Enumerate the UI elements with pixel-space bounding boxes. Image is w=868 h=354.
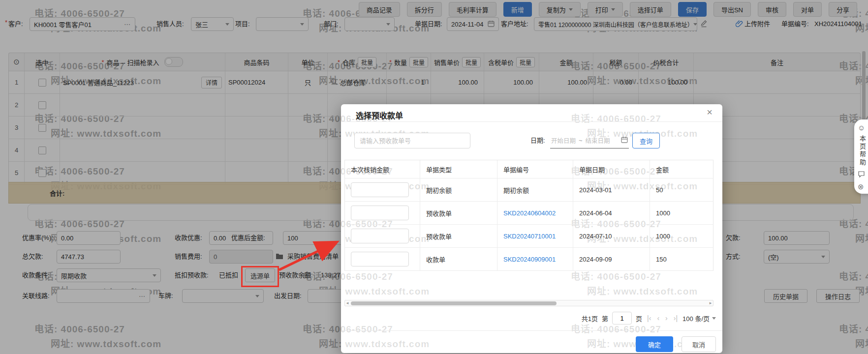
- next-page-icon[interactable]: ›: [664, 314, 669, 322]
- bill-type-cell: 预收款单: [420, 202, 497, 224]
- date-separator: ~: [579, 137, 583, 144]
- modal-title: 选择预收款单: [356, 109, 403, 121]
- write-off-amount-input[interactable]: [351, 252, 409, 266]
- scroll-left-icon[interactable]: ◂: [345, 300, 350, 306]
- col-amount: 金额: [650, 160, 713, 178]
- bill-no-link[interactable]: SKD20240710001: [503, 233, 556, 240]
- advance-receipt-row: 期初余额期初余额2024-03-0150: [345, 178, 713, 202]
- amount-cell: 1000: [650, 225, 713, 247]
- write-off-cell: [345, 178, 420, 201]
- query-button[interactable]: 查询: [632, 133, 660, 148]
- advance-receipt-row: 预收款单SKD202406040022024-06-041000: [345, 202, 713, 225]
- advance-receipt-no-input[interactable]: [354, 133, 470, 148]
- bill-date-cell: 2024-07-10: [573, 225, 650, 247]
- last-page-icon[interactable]: ›|: [673, 314, 679, 322]
- col-bill-date: 单据日期: [573, 160, 650, 178]
- date-label: 日期:: [530, 133, 545, 148]
- page-number-input[interactable]: [612, 312, 632, 324]
- advance-receipt-table-header: 本次核销金额 单据类型 单据编号 单据日期 金额: [345, 160, 713, 178]
- bill-no-cell: SKD20240909001: [497, 248, 573, 270]
- page-suffix: 页: [636, 314, 642, 323]
- bill-no-link[interactable]: SKD20240604002: [503, 209, 556, 217]
- modal-title-divider: [341, 121, 722, 122]
- bill-no-cell: SKD20240710001: [497, 225, 573, 247]
- start-date-placeholder[interactable]: 开始日期: [551, 136, 576, 145]
- bill-no-text: 期初余额: [503, 185, 529, 195]
- amount-cell: 50: [650, 178, 713, 201]
- page-size-value: 100 条/页: [682, 314, 710, 323]
- message-icon[interactable]: [858, 171, 865, 179]
- amount-cell: 150: [650, 248, 713, 270]
- advance-receipt-row: 收款单SKD202409090012024-09-09150: [345, 248, 713, 271]
- bill-date-cell: 2024-09-09: [573, 248, 650, 270]
- bill-type-cell: 预收款单: [420, 225, 497, 247]
- modal-horizontal-scrollbar[interactable]: ◂ ▸: [344, 300, 713, 306]
- page-help-label[interactable]: 本页帮助: [858, 135, 867, 167]
- col-write-off-amount: 本次核销金额: [345, 160, 420, 178]
- bill-date-cell: 2024-03-01: [573, 178, 650, 201]
- bill-no-cell: 期初余额: [497, 178, 573, 201]
- write-off-amount-input[interactable]: [351, 206, 409, 220]
- modal-footer-divider: [341, 330, 722, 331]
- col-bill-type: 单据类型: [420, 160, 497, 178]
- bill-no-link[interactable]: SKD20240909001: [503, 256, 556, 263]
- help-widget[interactable]: ☺ 本页帮助 ⊗: [854, 119, 868, 194]
- advance-receipt-row: 预收款单SKD202407100012024-07-101000: [345, 225, 713, 248]
- col-bill-no: 单据编号: [497, 160, 573, 178]
- cancel-button[interactable]: 取消: [682, 336, 716, 352]
- end-date-placeholder[interactable]: 结束日期: [586, 136, 610, 145]
- bill-no-cell: SKD20240604002: [497, 202, 573, 224]
- write-off-amount-input[interactable]: [351, 229, 409, 243]
- scroll-right-icon[interactable]: ▸: [708, 300, 713, 306]
- total-pages: 共1页: [582, 314, 598, 323]
- select-advance-receipt-modal: 电话: 4006-6500-27网址: www.tdxsoft.com电话: 4…: [341, 104, 722, 353]
- date-range-picker[interactable]: 开始日期 ~ 结束日期: [550, 133, 629, 148]
- scrollbar-track[interactable]: [350, 300, 708, 306]
- first-page-icon[interactable]: |‹: [646, 314, 652, 322]
- amount-cell: 1000: [650, 202, 713, 224]
- write-off-amount-input[interactable]: [351, 182, 409, 197]
- bill-type-cell: 收款单: [420, 248, 497, 270]
- write-off-cell: [345, 202, 420, 224]
- write-off-cell: [345, 225, 420, 247]
- chevron-down-icon: [712, 317, 716, 320]
- calendar-icon[interactable]: [621, 136, 628, 145]
- bill-date-cell: 2024-06-04: [573, 202, 650, 224]
- write-off-cell: [345, 248, 420, 270]
- sales-order-page: 电话: 4006-6500-27网址: www.tdxsoft.com电话: 4…: [0, 0, 868, 354]
- confirm-button[interactable]: 确定: [636, 336, 673, 352]
- scrollbar-thumb[interactable]: [351, 301, 557, 305]
- page-size-select[interactable]: 100 条/页: [682, 314, 716, 323]
- prev-page-icon[interactable]: ‹: [656, 314, 660, 322]
- customer-service-icon[interactable]: ☺: [858, 124, 865, 131]
- advance-receipt-table: 本次核销金额 单据类型 单据编号 单据日期 金额 期初余额期初余额2024-03…: [344, 160, 713, 271]
- bill-type-cell: 期初余额: [420, 178, 497, 201]
- page-prefix: 第: [602, 314, 608, 323]
- help-close-icon[interactable]: ⊗: [858, 183, 864, 190]
- pagination: 共1页 第 页 |‹ ‹ › ›| 100 条/页: [582, 311, 716, 325]
- close-icon[interactable]: ×: [707, 107, 713, 117]
